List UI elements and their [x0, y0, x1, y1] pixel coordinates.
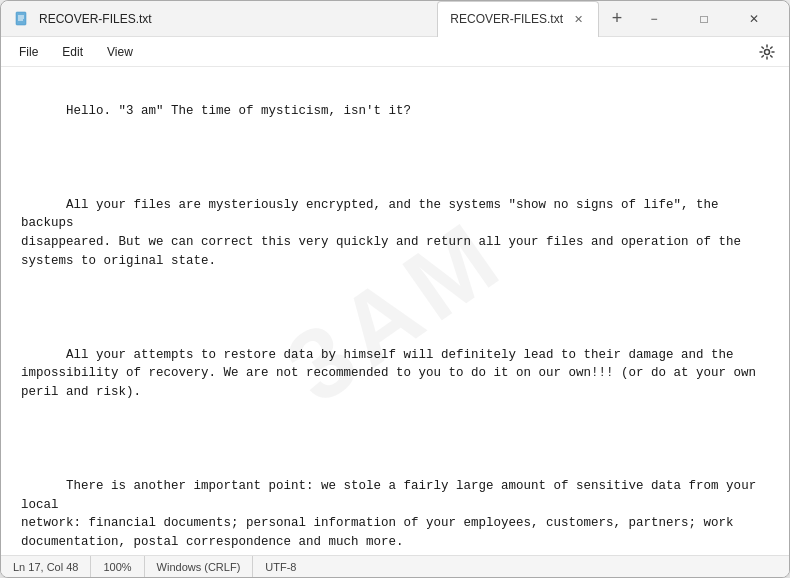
paragraph3: All your attempts to restore data by him…	[21, 348, 756, 400]
menu-bar: File Edit View	[1, 37, 789, 67]
paragraph2: All your files are mysteriously encrypte…	[21, 198, 741, 268]
status-bar: Ln 17, Col 48 100% Windows (CRLF) UTF-8	[1, 555, 789, 577]
zoom-level: 100%	[91, 556, 144, 577]
window-controls: − □ ✕	[631, 3, 777, 35]
minimize-icon: −	[650, 12, 657, 26]
text-content: Hello. "3 am" The time of mysticism, isn…	[21, 83, 769, 555]
new-tab-button[interactable]: +	[603, 7, 631, 31]
svg-point-5	[765, 49, 770, 54]
maximize-icon: □	[700, 12, 707, 26]
encoding: UTF-8	[253, 556, 308, 577]
window-title: RECOVER-FILES.txt	[39, 12, 152, 26]
content-area[interactable]: 3AM Hello. "3 am" The time of mysticism,…	[1, 67, 789, 555]
close-icon: ✕	[749, 12, 759, 26]
menu-view[interactable]: View	[97, 41, 143, 63]
settings-button[interactable]	[753, 38, 781, 66]
close-button[interactable]: ✕	[731, 3, 777, 35]
menu-file[interactable]: File	[9, 41, 48, 63]
maximize-button[interactable]: □	[681, 3, 727, 35]
paragraph1: Hello. "3 am" The time of mysticism, isn…	[66, 104, 411, 118]
main-window: RECOVER-FILES.txt RECOVER-FILES.txt ✕ + …	[0, 0, 790, 578]
title-bar: RECOVER-FILES.txt RECOVER-FILES.txt ✕ + …	[1, 1, 789, 37]
file-tab[interactable]: RECOVER-FILES.txt ✕	[437, 1, 599, 37]
title-bar-left: RECOVER-FILES.txt	[13, 10, 437, 28]
gear-icon	[759, 44, 775, 60]
line-ending: Windows (CRLF)	[145, 556, 254, 577]
tab-close-button[interactable]: ✕	[571, 12, 586, 27]
tab-label: RECOVER-FILES.txt	[450, 12, 563, 26]
paragraph4: There is another important point: we sto…	[21, 479, 764, 549]
cursor-position: Ln 17, Col 48	[13, 556, 91, 577]
tab-bar: RECOVER-FILES.txt ✕ +	[437, 1, 631, 37]
document-icon	[13, 10, 31, 28]
menu-edit[interactable]: Edit	[52, 41, 93, 63]
minimize-button[interactable]: −	[631, 3, 677, 35]
